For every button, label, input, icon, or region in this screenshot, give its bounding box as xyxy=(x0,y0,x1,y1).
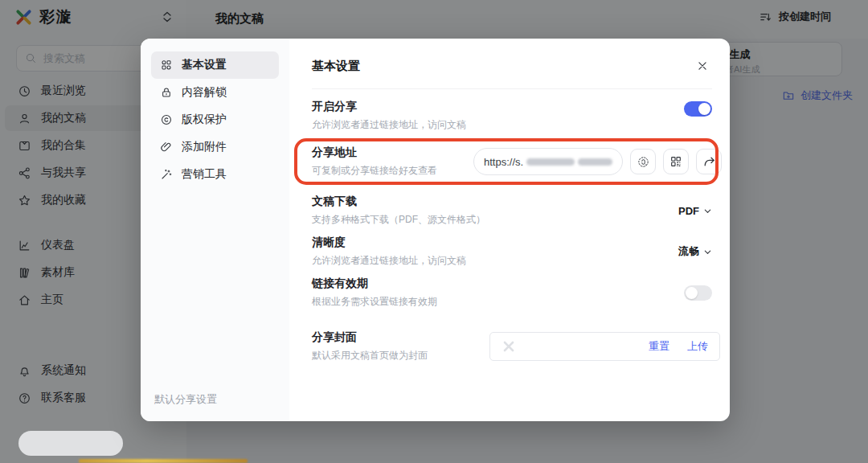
link-expiry-toggle[interactable] xyxy=(684,285,712,301)
share-forward-button[interactable] xyxy=(696,149,722,174)
share-url-field[interactable]: https://s. xyxy=(473,148,623,175)
row-desc: 允许浏览者通过链接地址，访问文稿 xyxy=(312,118,466,132)
row-download: 文稿下载 支持多种格式下载（PDF、源文件格式） PDF xyxy=(312,195,712,227)
tab-content-unlock[interactable]: 内容解锁 xyxy=(151,79,279,106)
row-share-url: 分享地址 可复制或分享链接给好友查看 https://s. xyxy=(312,145,712,178)
tab-label: 营销工具 xyxy=(182,167,227,182)
tab-basic-settings[interactable]: 基本设置 xyxy=(151,51,279,79)
modal-title: 基本设置 xyxy=(312,59,360,74)
share-forward-icon xyxy=(702,155,716,169)
share-settings-modal: 基本设置 内容解锁 版权保护 添加附件 营销工具 默认分享设置 基本设置 xyxy=(141,39,730,421)
modal-tab-panel: 基本设置 内容解锁 版权保护 添加附件 营销工具 默认分享设置 xyxy=(141,39,289,421)
tab-attachments[interactable]: 添加附件 xyxy=(151,133,279,161)
row-title: 清晰度 xyxy=(312,236,466,250)
components-icon xyxy=(160,59,173,72)
copyright-icon xyxy=(160,113,173,126)
tab-marketing-tools[interactable]: 营销工具 xyxy=(151,161,279,188)
row-title: 分享地址 xyxy=(312,145,437,160)
miniprogram-code-icon xyxy=(637,155,650,169)
default-share-settings-link[interactable]: 默认分享设置 xyxy=(154,392,217,407)
cover-upload-button[interactable]: 上传 xyxy=(687,339,708,354)
chevron-down-icon xyxy=(703,207,712,215)
divider xyxy=(312,88,712,89)
tab-copyright[interactable]: 版权保护 xyxy=(151,106,279,133)
clarity-select[interactable]: 流畅 xyxy=(678,244,712,259)
row-share-cover: 分享封面 默认采用文稿首页做为封面 重置 上传 xyxy=(312,330,712,363)
download-format-value: PDF xyxy=(678,205,699,217)
tab-label: 内容解锁 xyxy=(182,85,227,100)
bottom-banner-sliver xyxy=(79,459,248,463)
row-title: 链接有效期 xyxy=(312,277,437,291)
redacted-url-segment xyxy=(526,158,575,166)
cover-reset-button[interactable]: 重置 xyxy=(649,339,669,354)
pinwheel-watermark-icon xyxy=(502,340,515,353)
lock-icon xyxy=(160,86,173,99)
share-url-prefix: https://s. xyxy=(484,156,523,168)
tab-label: 基本设置 xyxy=(182,58,227,72)
close-button[interactable] xyxy=(693,56,712,76)
row-desc: 默认采用文稿首页做为封面 xyxy=(312,349,428,363)
cover-thumbnail xyxy=(498,338,519,355)
miniprogram-code-button[interactable] xyxy=(630,149,656,174)
row-desc: 可复制或分享链接给好友查看 xyxy=(312,164,437,178)
cover-preview-box: 重置 上传 xyxy=(489,332,720,361)
row-desc: 支持多种格式下载（PDF、源文件格式） xyxy=(312,213,485,227)
enable-share-toggle[interactable] xyxy=(684,101,712,117)
qr-code-icon xyxy=(669,155,682,168)
row-title: 分享封面 xyxy=(312,330,428,345)
row-clarity: 清晰度 允许浏览者通过链接地址，访问文稿 流畅 xyxy=(312,236,712,268)
user-account-pill[interactable] xyxy=(18,431,123,456)
close-icon xyxy=(697,60,708,72)
chevron-down-icon xyxy=(703,248,712,256)
clarity-value: 流畅 xyxy=(678,244,699,259)
tab-label: 添加附件 xyxy=(182,140,227,154)
magic-wand-icon xyxy=(160,168,173,181)
qr-code-button[interactable] xyxy=(663,149,689,174)
row-enable-share: 开启分享 允许浏览者通过链接地址，访问文稿 xyxy=(312,100,712,132)
paperclip-icon xyxy=(160,141,173,154)
tab-label: 版权保护 xyxy=(182,113,227,127)
modal-content: 基本设置 开启分享 允许浏览者通过链接地址，访问文稿 分享地址 可复制或分享链接… xyxy=(289,39,730,421)
row-link-expiry: 链接有效期 根据业务需求设置链接有效期 xyxy=(312,277,712,309)
download-format-select[interactable]: PDF xyxy=(678,205,712,217)
redacted-url-segment xyxy=(578,158,612,166)
row-title: 开启分享 xyxy=(312,100,466,114)
row-title: 文稿下载 xyxy=(312,195,485,209)
row-desc: 允许浏览者通过链接地址，访问文稿 xyxy=(312,254,466,268)
row-desc: 根据业务需求设置链接有效期 xyxy=(312,295,437,309)
